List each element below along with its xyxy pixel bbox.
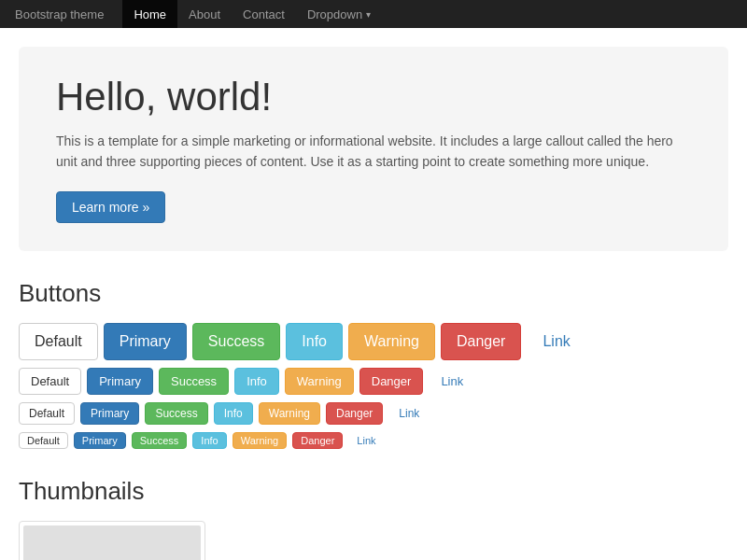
- nav-item-dropdown[interactable]: Dropdown ▾: [296, 0, 382, 28]
- hero-title: Hello, world!: [56, 75, 691, 119]
- btn-info-sm[interactable]: Info: [214, 402, 253, 425]
- main-content: Hello, world! This is a template for a s…: [19, 28, 728, 560]
- btn-info-md[interactable]: Info: [234, 368, 279, 395]
- btn-success-md[interactable]: Success: [159, 368, 229, 395]
- btn-success-sm[interactable]: Success: [145, 402, 207, 425]
- btn-info-xs[interactable]: Info: [192, 432, 226, 449]
- buttons-section-title: Buttons: [19, 279, 728, 308]
- button-row-md: Default Primary Success Info Warning Dan…: [19, 368, 728, 395]
- btn-danger-sm[interactable]: Danger: [326, 402, 383, 425]
- thumbnail-item[interactable]: 200x200: [19, 521, 205, 560]
- btn-primary-lg[interactable]: Primary: [104, 323, 187, 360]
- btn-info-lg[interactable]: Info: [286, 323, 343, 360]
- btn-link-sm[interactable]: Link: [388, 402, 430, 425]
- btn-warning-sm[interactable]: Warning: [259, 402, 320, 425]
- btn-warning-md[interactable]: Warning: [285, 368, 354, 395]
- btn-default-md[interactable]: Default: [19, 368, 81, 395]
- btn-default-sm[interactable]: Default: [19, 402, 75, 425]
- btn-default-xs[interactable]: Default: [19, 432, 68, 449]
- hero-unit: Hello, world! This is a template for a s…: [19, 47, 728, 251]
- btn-danger-md[interactable]: Danger: [359, 368, 424, 395]
- button-row-xs: Default Primary Success Info Warning Dan…: [19, 432, 728, 449]
- btn-default-lg[interactable]: Default: [19, 323, 98, 360]
- btn-danger-xs[interactable]: Danger: [292, 432, 343, 449]
- btn-primary-md[interactable]: Primary: [87, 368, 153, 395]
- thumbnail-image: 200x200: [23, 525, 201, 560]
- button-row-lg: Default Primary Success Info Warning Dan…: [19, 323, 728, 360]
- nav-items: Home About Contact Dropdown ▾: [122, 0, 382, 28]
- learn-more-button[interactable]: Learn more »: [56, 191, 165, 223]
- nav-item-about[interactable]: About: [177, 0, 232, 28]
- thumbnails-section: Thumbnails 200x200: [19, 477, 728, 560]
- btn-warning-xs[interactable]: Warning: [233, 432, 288, 449]
- nav-item-home[interactable]: Home: [122, 0, 177, 28]
- btn-primary-xs[interactable]: Primary: [74, 432, 126, 449]
- nav-item-contact[interactable]: Contact: [232, 0, 296, 28]
- btn-primary-sm[interactable]: Primary: [80, 402, 139, 425]
- btn-link-md[interactable]: Link: [429, 368, 475, 395]
- btn-link-xs[interactable]: Link: [348, 432, 384, 449]
- button-row-sm: Default Primary Success Info Warning Dan…: [19, 402, 728, 425]
- btn-success-xs[interactable]: Success: [132, 432, 188, 449]
- btn-warning-lg[interactable]: Warning: [348, 323, 435, 360]
- btn-success-lg[interactable]: Success: [192, 323, 280, 360]
- buttons-section: Buttons Default Primary Success Info War…: [19, 279, 728, 449]
- dropdown-arrow-icon: ▾: [366, 9, 371, 20]
- btn-link-lg[interactable]: Link: [527, 323, 585, 360]
- hero-description: This is a template for a simple marketin…: [56, 131, 691, 173]
- navbar-brand[interactable]: Bootstrap theme: [15, 7, 104, 21]
- btn-danger-lg[interactable]: Danger: [441, 323, 521, 360]
- thumbnails-section-title: Thumbnails: [19, 477, 728, 506]
- navbar: Bootstrap theme Home About Contact Dropd…: [0, 0, 747, 28]
